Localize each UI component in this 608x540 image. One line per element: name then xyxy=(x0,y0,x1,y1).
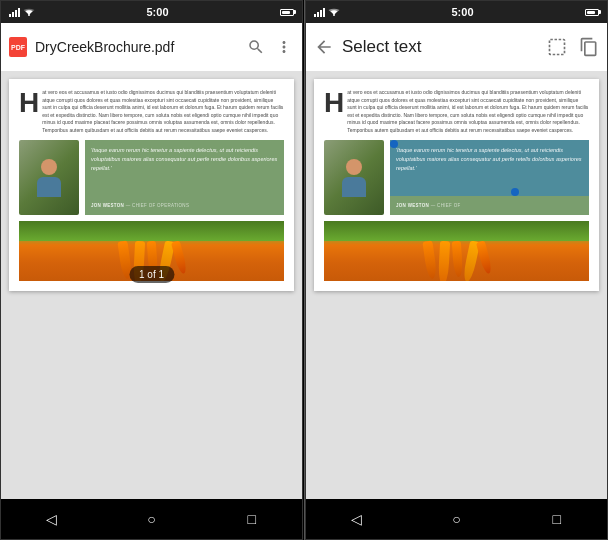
drop-cap-letter: H xyxy=(19,89,39,134)
right-screen: 5:00 Select text xyxy=(305,0,608,540)
clock-right: 5:00 xyxy=(451,6,473,18)
status-bar-left: 5:00 xyxy=(1,1,302,23)
app-bar-right: Select text xyxy=(306,23,607,71)
author-title-right: — Chief of xyxy=(431,203,461,208)
select-text-title: Select text xyxy=(342,37,539,57)
copy-icon[interactable] xyxy=(579,37,599,57)
back-button[interactable] xyxy=(314,37,334,57)
selection-handle-end[interactable] xyxy=(511,188,519,196)
drop-cap-letter-right: H xyxy=(324,89,344,134)
signal-icon xyxy=(9,8,20,17)
quote-box: 'Itaque earum rerum hic tenetur a sapien… xyxy=(85,140,284,215)
body-text: at vero eos et accusamus et iusto odio d… xyxy=(42,89,284,134)
recents-nav-button-right[interactable]: □ xyxy=(542,504,572,534)
quote-author: JON WESTON — Chief of Operations xyxy=(91,203,278,209)
quote-author-right: JON WESTON — Chief of xyxy=(396,203,583,209)
home-nav-button[interactable]: ○ xyxy=(136,504,166,534)
battery-area-right xyxy=(585,9,599,16)
select-text-icon[interactable] xyxy=(547,37,567,57)
signal-icon-right xyxy=(314,8,325,17)
quote-section-right: 'Itaque earum rerum hic tenetur a sapien… xyxy=(324,140,589,215)
home-nav-button-right[interactable]: ○ xyxy=(441,504,471,534)
search-button[interactable] xyxy=(246,37,266,57)
pdf-file-icon: PDF xyxy=(9,37,27,57)
svg-rect-2 xyxy=(550,40,565,55)
pdf-page: H at vero eos et accusamus et iusto odio… xyxy=(9,79,294,291)
body-text-section-right: H at vero eos et accusamus et iusto odio… xyxy=(324,89,589,134)
carrots-image-right xyxy=(324,221,589,281)
battery-area xyxy=(280,9,294,16)
clock: 5:00 xyxy=(146,6,168,18)
app-bar-left: PDF DryCreekBrochure.pdf xyxy=(1,23,302,71)
author-name-right: JON WESTON xyxy=(396,203,429,208)
quote-text-right: 'Itaque earum rerum hic tenetur a sapien… xyxy=(396,146,583,172)
person-silhouette-right xyxy=(342,159,366,197)
status-bar-right: 5:00 xyxy=(306,1,607,23)
body-text-right: at vero eos et accusamus et iusto odio d… xyxy=(347,89,589,134)
pdf-content-area: H at vero eos et accusamus et iusto odio… xyxy=(1,71,302,499)
person-photo xyxy=(19,140,79,215)
back-nav-button[interactable]: ◁ xyxy=(36,504,66,534)
back-nav-button-right[interactable]: ◁ xyxy=(341,504,371,534)
quote-section: 'Itaque earum rerum hic tenetur a sapien… xyxy=(19,140,284,215)
wifi-icon xyxy=(23,8,35,16)
pdf-page-right: H at vero eos et accusamus et iusto odio… xyxy=(314,79,599,291)
person-photo-right xyxy=(324,140,384,215)
pdf-content-area-right: H at vero eos et accusamus et iusto odio… xyxy=(306,71,607,499)
bottom-nav-right: ◁ ○ □ xyxy=(306,499,607,539)
battery-icon-right xyxy=(585,9,599,16)
wifi-icon-right xyxy=(328,8,340,16)
page-indicator: 1 of 1 xyxy=(129,266,174,283)
quote-text: 'Itaque earum rerum hic tenetur a sapien… xyxy=(91,146,278,172)
app-title: DryCreekBrochure.pdf xyxy=(35,39,238,55)
signal-area-right xyxy=(314,8,340,17)
highlighted-quote-box: 'Itaque earum rerum hic tenetur a sapien… xyxy=(390,140,589,215)
signal-area xyxy=(9,8,35,17)
left-screen: 5:00 PDF DryCreekBrochure.pdf xyxy=(0,0,303,540)
recents-nav-button[interactable]: □ xyxy=(237,504,267,534)
bottom-nav-left: ◁ ○ □ xyxy=(1,499,302,539)
body-text-section: H at vero eos et accusamus et iusto odio… xyxy=(19,89,284,134)
person-silhouette xyxy=(37,159,61,197)
more-options-button[interactable] xyxy=(274,37,294,57)
author-title: — Chief of Operations xyxy=(126,203,189,208)
author-name: JON WESTON xyxy=(91,203,124,208)
battery-icon xyxy=(280,9,294,16)
